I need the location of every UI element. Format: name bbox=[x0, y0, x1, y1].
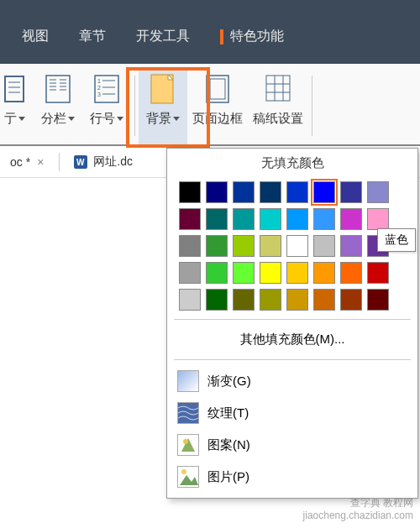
fill-option-label: 纹理(T) bbox=[207, 405, 249, 421]
color-swatch[interactable] bbox=[233, 289, 255, 311]
color-swatch[interactable] bbox=[313, 289, 335, 311]
menu-tab-special[interactable]: 特色功能 bbox=[205, 21, 299, 52]
watermark: 查字典 教程网 jiaocheng.chazidian.com bbox=[303, 497, 413, 521]
color-grid: 蓝色 bbox=[167, 178, 417, 314]
ribbon-label-text: 稿纸设置 bbox=[253, 111, 303, 127]
background-dropdown: 无填充颜色 蓝色 其他填充颜色(M)... 渐变(G)纹理(T)图案(N)图片(… bbox=[166, 148, 418, 499]
caret-down-icon bbox=[117, 117, 123, 121]
separator bbox=[174, 359, 411, 360]
fill-option-picture[interactable]: 图片(P) bbox=[167, 461, 417, 493]
color-swatch[interactable] bbox=[286, 262, 308, 284]
menubar: 视图 章节 开发工具 特色功能 bbox=[0, 0, 420, 64]
caret-down-icon bbox=[18, 117, 25, 121]
linenumbers-icon: 123 bbox=[92, 72, 121, 106]
fill-option-texture[interactable]: 纹理(T) bbox=[167, 397, 417, 429]
texture-icon bbox=[177, 402, 199, 424]
color-swatch[interactable] bbox=[313, 235, 335, 257]
fill-option-gradient[interactable]: 渐变(G) bbox=[167, 365, 417, 397]
color-swatch[interactable] bbox=[286, 289, 308, 311]
color-swatch[interactable] bbox=[260, 208, 281, 230]
svg-rect-23 bbox=[210, 79, 225, 99]
color-swatch[interactable] bbox=[206, 181, 228, 203]
more-colors-option[interactable]: 其他填充颜色(M)... bbox=[167, 325, 417, 354]
color-swatch[interactable] bbox=[260, 289, 281, 311]
color-swatch[interactable] bbox=[206, 208, 228, 230]
doc-tab-1[interactable]: oc * × bbox=[3, 152, 52, 172]
ribbon-item-columns[interactable]: 分栏 bbox=[34, 67, 82, 144]
ribbon-item-pageborder[interactable]: 页面边框 bbox=[187, 67, 248, 144]
picture-icon bbox=[177, 466, 199, 488]
svg-text:1: 1 bbox=[97, 78, 101, 84]
color-swatch[interactable] bbox=[179, 262, 201, 284]
fill-option-label: 渐变(G) bbox=[207, 374, 251, 389]
fill-option-label: 图片(P) bbox=[207, 469, 249, 485]
page-border-icon bbox=[203, 72, 232, 106]
color-swatch[interactable] bbox=[286, 181, 308, 203]
watermark-text: 查字典 教程网 bbox=[303, 497, 413, 509]
color-swatch[interactable] bbox=[206, 289, 228, 311]
color-swatch[interactable] bbox=[233, 235, 255, 257]
color-swatch[interactable] bbox=[206, 262, 228, 284]
color-swatch[interactable] bbox=[313, 262, 335, 284]
color-swatch[interactable] bbox=[260, 235, 281, 257]
color-swatch[interactable] bbox=[367, 181, 389, 203]
color-swatch[interactable] bbox=[340, 208, 362, 230]
color-swatch[interactable] bbox=[233, 181, 255, 203]
color-swatch[interactable] bbox=[233, 262, 255, 284]
page-background-icon bbox=[149, 72, 177, 106]
ribbon-item-background[interactable]: 背景 bbox=[139, 67, 187, 144]
gradient-icon bbox=[177, 370, 199, 392]
close-icon[interactable]: × bbox=[35, 155, 45, 169]
svg-text:3: 3 bbox=[97, 91, 101, 97]
caret-down-icon bbox=[173, 117, 180, 121]
separator bbox=[312, 76, 312, 136]
color-swatch[interactable] bbox=[340, 289, 362, 311]
color-swatch[interactable] bbox=[340, 181, 362, 203]
color-swatch[interactable] bbox=[179, 235, 201, 257]
fill-option-pattern[interactable]: 图案(N) bbox=[167, 429, 417, 461]
svg-rect-31 bbox=[178, 371, 198, 391]
color-swatch[interactable] bbox=[367, 262, 389, 284]
color-swatch[interactable] bbox=[367, 208, 389, 230]
color-swatch[interactable] bbox=[233, 208, 255, 230]
svg-text:2: 2 bbox=[97, 85, 101, 91]
menu-tab-view[interactable]: 视图 bbox=[7, 21, 64, 52]
color-swatch[interactable] bbox=[260, 181, 281, 203]
doc-tab-2[interactable]: W 网址.dc bbox=[66, 151, 139, 173]
color-swatch[interactable] bbox=[286, 208, 308, 230]
color-swatch[interactable] bbox=[179, 208, 201, 230]
no-fill-option[interactable]: 无填充颜色 bbox=[167, 149, 417, 178]
color-swatch[interactable] bbox=[313, 208, 335, 230]
ribbon-label-text: 行号 bbox=[90, 111, 115, 127]
menu-tab-special-label: 特色功能 bbox=[230, 28, 284, 45]
word-doc-icon: W bbox=[73, 154, 88, 170]
doc-tab-label: oc * bbox=[10, 155, 30, 169]
color-swatch[interactable] bbox=[313, 181, 335, 203]
ribbon-item-truncated[interactable]: 亍 bbox=[0, 67, 34, 144]
fill-option-label: 图案(N) bbox=[207, 437, 250, 453]
ribbon-label-text: 分栏 bbox=[41, 111, 66, 127]
caret-down-icon bbox=[68, 117, 75, 121]
doc-tab-label: 网址.dc bbox=[93, 154, 133, 170]
color-tooltip: 蓝色 bbox=[377, 228, 416, 252]
menu-tab-chapter[interactable]: 章节 bbox=[64, 21, 121, 52]
color-swatch[interactable] bbox=[260, 262, 281, 284]
color-swatch[interactable] bbox=[179, 181, 201, 203]
watermark-url: jiaocheng.chazidian.com bbox=[303, 510, 413, 521]
color-swatch[interactable] bbox=[286, 235, 308, 257]
ribbon-item-linenum[interactable]: 123 行号 bbox=[82, 67, 131, 144]
svg-point-38 bbox=[181, 469, 186, 474]
color-swatch[interactable] bbox=[340, 235, 362, 257]
color-swatch[interactable] bbox=[206, 235, 228, 257]
ribbon-item-grid[interactable]: 稿纸设置 bbox=[248, 67, 308, 144]
ribbon: 亍 分栏 123 行号 背景 页面边框 稿纸设置 bbox=[0, 64, 420, 146]
pattern-icon bbox=[177, 434, 199, 456]
svg-point-35 bbox=[183, 439, 188, 444]
document-icon bbox=[0, 72, 29, 106]
color-swatch[interactable] bbox=[340, 262, 362, 284]
menu-tab-devtools[interactable]: 开发工具 bbox=[121, 21, 205, 52]
svg-rect-0 bbox=[5, 76, 24, 102]
color-swatch[interactable] bbox=[179, 289, 201, 311]
color-swatch[interactable] bbox=[367, 289, 389, 311]
svg-text:W: W bbox=[76, 158, 85, 167]
